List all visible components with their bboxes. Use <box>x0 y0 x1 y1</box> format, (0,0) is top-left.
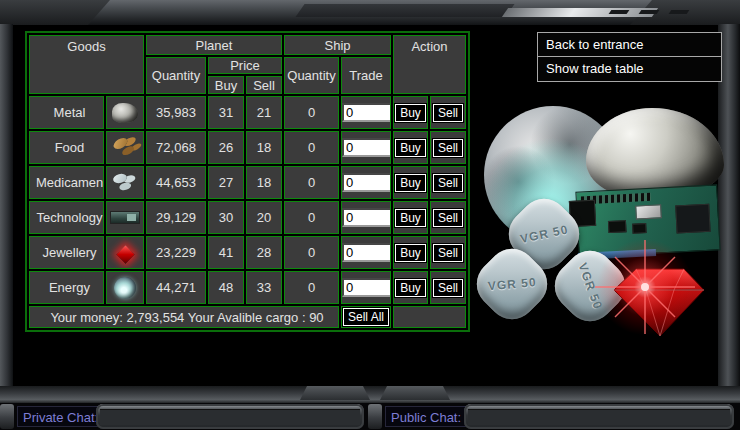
top-frame-dash <box>669 10 690 14</box>
sell-all-button[interactable]: Sell All <box>343 308 389 326</box>
buy-button[interactable]: Buy <box>395 139 426 157</box>
pills-icon <box>111 172 139 194</box>
header-planet: Planet <box>146 35 282 55</box>
header-action: Action <box>393 35 466 94</box>
price-buy: 26 <box>208 131 244 164</box>
header-price-sell: Sell <box>246 76 282 94</box>
planet-quantity: 35,983 <box>146 96 206 129</box>
ship-quantity: 0 <box>284 131 339 164</box>
table-row-technology: Technology 29,129 30 20 0 Buy Sell <box>29 201 466 234</box>
top-frame-highlight <box>502 8 658 17</box>
planet-quantity: 72,068 <box>146 131 206 164</box>
buy-button[interactable]: Buy <box>395 244 426 262</box>
ship-quantity: 0 <box>284 96 339 129</box>
private-chat-input-panel[interactable] <box>96 404 364 429</box>
header-goods: Goods <box>29 35 144 94</box>
top-frame-left-cap <box>0 0 110 25</box>
price-sell: 18 <box>246 166 282 199</box>
buy-button[interactable]: Buy <box>395 174 426 192</box>
sell-button[interactable]: Sell <box>433 209 463 227</box>
goods-name: Medicament <box>29 166 104 199</box>
header-price-buy: Buy <box>208 76 244 94</box>
buy-button[interactable]: Buy <box>395 104 426 122</box>
menu-item-back-to-entrance[interactable]: Back to entrance <box>538 33 721 57</box>
header-trade: Trade <box>341 57 391 94</box>
planet-quantity: 44,271 <box>146 271 206 304</box>
metal-ore-icon <box>112 103 138 123</box>
ship-quantity: 0 <box>284 166 339 199</box>
goods-name: Technology <box>29 201 104 234</box>
price-sell: 28 <box>246 236 282 269</box>
trade-amount-input[interactable] <box>342 103 391 122</box>
table-row-food: Food 72,068 26 18 0 Buy Sell <box>29 131 466 164</box>
goods-name: Jewellery <box>29 236 104 269</box>
pill-label: VGR 50 <box>487 275 537 293</box>
price-buy: 41 <box>208 236 244 269</box>
table-row-jewellery: Jewellery 23,229 41 28 0 Buy Sell <box>29 236 466 269</box>
sell-button[interactable]: Sell <box>433 104 463 122</box>
header-ship-quantity: Quantity <box>284 57 339 94</box>
header-planet-quantity: Quantity <box>146 57 206 94</box>
private-chat-recess <box>100 409 360 425</box>
header-ship: Ship <box>284 35 391 55</box>
planet-quantity: 44,653 <box>146 166 206 199</box>
price-sell: 21 <box>246 96 282 129</box>
bottom-frame-tab <box>300 386 370 400</box>
footer-empty-cell <box>393 306 466 328</box>
sell-button[interactable]: Sell <box>433 139 463 157</box>
price-buy: 27 <box>208 166 244 199</box>
price-sell: 33 <box>246 271 282 304</box>
public-chat-input-panel[interactable] <box>464 404 734 429</box>
circuit-chip-bright <box>635 204 662 219</box>
ship-quantity: 0 <box>284 201 339 234</box>
sell-button[interactable]: Sell <box>433 244 463 262</box>
bottom-frame-bar <box>0 386 740 403</box>
top-frame-dash <box>609 10 630 14</box>
red-gem-icon <box>116 245 134 263</box>
circuit-board-icon <box>110 211 140 224</box>
goods-name: Metal <box>29 96 104 129</box>
bottom-frame-tab <box>380 386 450 400</box>
trade-amount-input[interactable] <box>342 278 391 297</box>
trade-amount-input[interactable] <box>342 208 391 227</box>
goods-collage: VGR 50 VGR 50 VGR 50 <box>478 96 736 344</box>
price-buy: 30 <box>208 201 244 234</box>
private-chat-label: Private Chat: <box>17 406 104 427</box>
starburst-rays <box>590 232 700 342</box>
food-icon <box>110 136 140 160</box>
circuit-chip-big <box>675 204 710 234</box>
planet-quantity: 23,229 <box>146 236 206 269</box>
header-price: Price <box>208 57 282 74</box>
goods-name: Energy <box>29 271 104 304</box>
price-buy: 48 <box>208 271 244 304</box>
public-chat-cap <box>368 404 382 429</box>
planet-orb-icon <box>114 277 136 299</box>
goods-name: Food <box>29 131 104 164</box>
price-sell: 20 <box>246 201 282 234</box>
left-frame-bar <box>0 24 13 388</box>
buy-button[interactable]: Buy <box>395 279 426 297</box>
sell-button[interactable]: Sell <box>433 279 463 297</box>
price-buy: 31 <box>208 96 244 129</box>
trade-amount-input[interactable] <box>342 138 391 157</box>
chat-row: Private Chat: Public Chat: <box>0 403 740 430</box>
money-cargo-summary: Your money: 2,793,554 Your Avalible carg… <box>29 306 339 328</box>
ship-quantity: 0 <box>284 271 339 304</box>
nav-menu: Back to entrance Show trade table <box>537 32 722 82</box>
top-frame-dark-segment <box>295 4 514 17</box>
table-row-medicament: Medicament 44,653 27 18 0 Buy Sell <box>29 166 466 199</box>
table-row-metal: Metal 35,983 31 21 0 Buy Sell <box>29 96 466 129</box>
public-chat-label: Public Chat: <box>385 406 467 427</box>
trade-amount-input[interactable] <box>342 173 391 192</box>
price-sell: 18 <box>246 131 282 164</box>
pill-label: VGR 50 <box>519 222 570 246</box>
private-chat-cap <box>0 404 14 429</box>
trade-amount-input[interactable] <box>342 243 391 262</box>
sell-button[interactable]: Sell <box>433 174 463 192</box>
trade-table: Goods Planet Ship Action Quantity Price … <box>25 31 470 332</box>
buy-button[interactable]: Buy <box>395 209 426 227</box>
planet-quantity: 29,129 <box>146 201 206 234</box>
menu-item-show-trade-table[interactable]: Show trade table <box>538 57 721 81</box>
top-frame-dash <box>639 10 660 14</box>
ship-quantity: 0 <box>284 236 339 269</box>
